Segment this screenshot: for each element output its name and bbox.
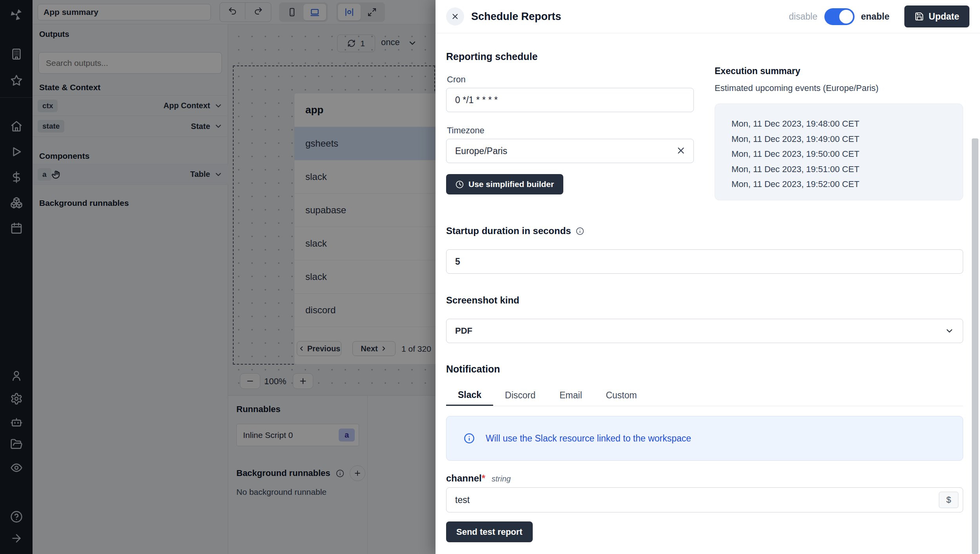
startup-duration-input[interactable] [446, 249, 963, 274]
event-item: Mon, 11 Dec 2023, 19:51:00 CET [731, 162, 963, 177]
toggle-on-label: enable [861, 11, 889, 22]
event-item: Mon, 11 Dec 2023, 19:48:00 CET [731, 116, 963, 132]
tab-discord[interactable]: Discord [497, 385, 544, 406]
screenshot-kind-label: Screenshot kind [446, 295, 519, 306]
send-test-report-label: Send test report [456, 527, 523, 537]
info-icon[interactable] [576, 227, 584, 235]
timezone-label: Timezone [447, 125, 485, 136]
cron-label: Cron [447, 74, 466, 85]
event-item: Mon, 11 Dec 2023, 19:52:00 CET [731, 177, 963, 192]
upcoming-events-box: Mon, 11 Dec 2023, 19:48:00 CET Mon, 11 D… [715, 104, 963, 200]
event-item: Mon, 11 Dec 2023, 19:50:00 CET [731, 147, 963, 162]
insert-variable-button[interactable]: $ [939, 492, 958, 508]
clock-icon [456, 180, 464, 189]
tab-custom[interactable]: Custom [598, 385, 645, 406]
toggle-off-label: disable [789, 11, 817, 22]
execution-summary-subtitle: Estimated upcoming events (Europe/Paris) [715, 83, 878, 93]
notification-title: Notification [446, 363, 500, 375]
update-button[interactable]: Update [904, 5, 969, 27]
execution-summary-title: Execution summary [715, 66, 800, 76]
save-icon [915, 12, 924, 21]
info-icon [464, 433, 475, 444]
event-item: Mon, 11 Dec 2023, 19:49:00 CET [731, 132, 963, 147]
drawer-header: Schedule Reports disable enable Update [436, 0, 980, 33]
enable-toggle[interactable] [824, 8, 855, 25]
channel-input[interactable] [446, 487, 963, 512]
slack-info-alert: Will use the Slack resource linked to th… [446, 416, 963, 461]
send-test-report-button[interactable]: Send test report [446, 521, 533, 542]
reporting-schedule-title: Reporting schedule [446, 51, 537, 62]
selected-option: PDF [455, 326, 472, 336]
use-simplified-builder-button[interactable]: Use simplified builder [446, 174, 563, 194]
schedule-reports-drawer: Schedule Reports disable enable Update R… [436, 0, 980, 554]
drawer-scrollbar[interactable] [972, 138, 978, 554]
notification-tabs: Slack Discord Email Custom [446, 385, 963, 406]
drawer-title: Schedule Reports [471, 11, 561, 23]
drawer-backdrop[interactable] [0, 0, 436, 554]
channel-type-hint: string [492, 474, 511, 483]
tab-email[interactable]: Email [547, 385, 594, 406]
clear-timezone-icon[interactable] [676, 145, 686, 156]
close-icon[interactable] [446, 7, 464, 25]
tab-slack[interactable]: Slack [446, 385, 493, 406]
slack-info-text: Will use the Slack resource linked to th… [486, 433, 691, 444]
toggle-knob [839, 10, 853, 24]
startup-duration-label: Startup duration in seconds [446, 225, 571, 236]
update-label: Update [929, 11, 959, 22]
timezone-input[interactable] [446, 139, 694, 163]
builder-label: Use simplified builder [468, 180, 554, 189]
channel-label: channel [446, 473, 482, 484]
required-asterisk: * [482, 473, 485, 484]
app-window: Outputs State & Context ctx App Context … [0, 0, 980, 554]
screenshot-kind-select[interactable]: PDF [446, 319, 963, 343]
chevron-down-icon [945, 326, 954, 336]
cron-input[interactable] [446, 88, 694, 112]
